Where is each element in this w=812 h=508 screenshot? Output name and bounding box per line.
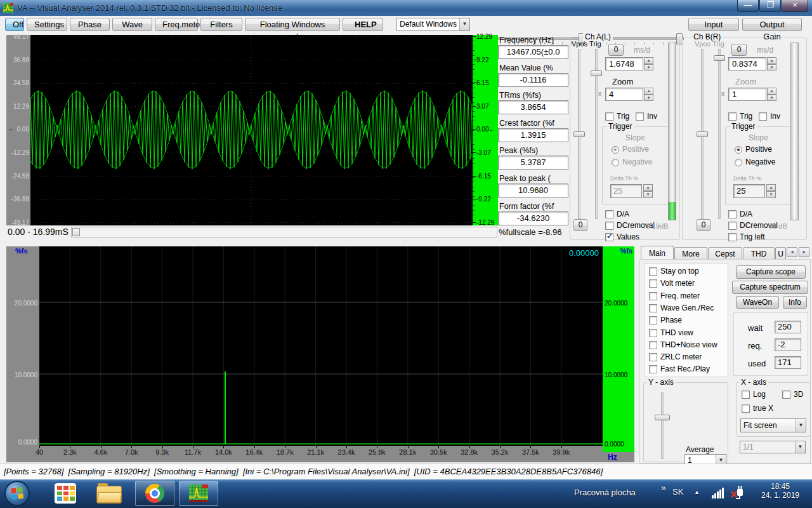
- option-volt-meter[interactable]: [649, 279, 657, 288]
- spin-down-icon[interactable]: ▼: [767, 95, 776, 102]
- channel-extra-checkbox[interactable]: [728, 233, 737, 241]
- input-gain-button[interactable]: Input Gain: [688, 18, 739, 31]
- chevron-down-icon[interactable]: ▼: [796, 419, 806, 432]
- chrome-taskbar-button[interactable]: [135, 481, 174, 506]
- x-option-3d[interactable]: [782, 391, 790, 399]
- toolbar-button-filters[interactable]: Filters: [200, 18, 242, 31]
- param-field-used[interactable]: 171: [775, 356, 801, 369]
- spin-up-icon[interactable]: ▲: [767, 88, 776, 95]
- trig-checkbox[interactable]: [605, 112, 613, 121]
- msd-field[interactable]: 1.6748: [605, 57, 643, 70]
- button-capture-spectrum[interactable]: Capture spectrum: [732, 281, 808, 294]
- vpos-slider-thumb[interactable]: [573, 131, 585, 137]
- va-taskbar-button[interactable]: [179, 481, 218, 506]
- power-plug-icon[interactable]: [730, 485, 746, 500]
- channel-extra-checkbox[interactable]: ✓: [605, 233, 613, 241]
- minimize-button[interactable]: —: [737, 0, 759, 12]
- tab-scroll-left[interactable]: ◂: [787, 247, 797, 257]
- button-waveon[interactable]: WaveOn: [736, 296, 779, 309]
- option-fast-rec-play[interactable]: [649, 365, 657, 373]
- option-thd-view[interactable]: [649, 329, 657, 337]
- slope-positive-radio[interactable]: [612, 146, 619, 154]
- spin-down-icon[interactable]: ▼: [644, 95, 653, 102]
- param-field-wait[interactable]: 250: [775, 321, 801, 333]
- spin-up-icon[interactable]: ▲: [766, 184, 776, 191]
- option-freq-meter[interactable]: [649, 292, 657, 300]
- delta-th-field[interactable]: 25: [733, 184, 765, 198]
- tab-more[interactable]: More: [674, 247, 707, 260]
- toolbar-button-settings[interactable]: Settings: [27, 18, 67, 31]
- media-app-icon[interactable]: [55, 483, 76, 504]
- zoom-spinner[interactable]: ▲▼: [644, 88, 653, 101]
- scope-scrollbar-thumb[interactable]: [72, 228, 80, 236]
- spin-down-icon[interactable]: ▼: [644, 64, 653, 71]
- option-zrlc-meter[interactable]: [649, 353, 657, 361]
- button-capture-scope[interactable]: Capture scope: [736, 265, 806, 279]
- close-button[interactable]: ×: [782, 0, 808, 12]
- slope-negative-radio[interactable]: [735, 159, 742, 166]
- tab-cepst[interactable]: Cepst: [708, 247, 742, 260]
- vpos-zero-button[interactable]: 0: [731, 44, 747, 56]
- language-indicator[interactable]: SK: [672, 487, 683, 497]
- input-device-combo[interactable]: Default Windows inp ▼: [396, 18, 470, 31]
- trig-zero-button[interactable]: 0: [697, 219, 710, 231]
- clock[interactable]: 18:45 24. 1. 2019: [752, 482, 809, 505]
- delta-th-spinner[interactable]: ▲▼: [766, 184, 776, 198]
- explorer-icon[interactable]: [96, 482, 122, 505]
- scope-scrollbar[interactable]: [71, 227, 497, 237]
- spin-down-icon[interactable]: ▼: [766, 191, 776, 198]
- y-scale-slider[interactable]: [661, 392, 664, 459]
- dcremoval-checkbox[interactable]: [605, 222, 613, 230]
- trig-zero-button[interactable]: 0: [573, 219, 587, 231]
- delta-th-field[interactable]: 25: [610, 184, 642, 198]
- show-hidden-icons[interactable]: ▲: [694, 489, 700, 495]
- tab-main[interactable]: Main: [641, 246, 674, 260]
- button-info[interactable]: Info: [783, 296, 807, 309]
- spectrum-plot[interactable]: 0.00000: [39, 246, 603, 446]
- trig-slider[interactable]: [718, 49, 721, 219]
- tab-scroll-right[interactable]: ▸: [799, 247, 809, 257]
- network-signal-icon[interactable]: [712, 486, 726, 499]
- spin-up-icon[interactable]: ▲: [643, 184, 653, 191]
- fit-screen-combo[interactable]: Fit screen ▼: [740, 418, 806, 432]
- toolbar-button-wave[interactable]: Wave: [112, 18, 152, 31]
- delta-th-spinner[interactable]: ▲▼: [643, 184, 653, 198]
- trig-slider-thumb[interactable]: [591, 70, 602, 76]
- toolbar-button-help[interactable]: HELP: [343, 18, 383, 31]
- trig-slider-thumb[interactable]: [714, 55, 725, 61]
- slope-negative-radio[interactable]: [612, 159, 619, 166]
- da-checkbox[interactable]: [728, 210, 737, 218]
- option-stay-on-top[interactable]: [649, 267, 657, 276]
- vpos-zero-button[interactable]: 0: [608, 44, 624, 56]
- desktop-toolbar-label[interactable]: Pracovná plocha: [574, 488, 636, 497]
- chevron-down-icon[interactable]: ▼: [459, 18, 469, 30]
- inv-checkbox[interactable]: [636, 112, 644, 121]
- option-wave-gen-rec[interactable]: [649, 304, 657, 312]
- y-scale-slider-thumb[interactable]: [655, 415, 670, 420]
- toolbar-button-floating-windows-mode[interactable]: Floating Windows mode: [245, 18, 340, 31]
- spin-up-icon[interactable]: ▲: [644, 57, 653, 64]
- spin-down-icon[interactable]: ▼: [643, 191, 653, 198]
- restore-button[interactable]: ❐: [759, 0, 781, 12]
- option-phase[interactable]: [649, 316, 657, 324]
- ratio-combo[interactable]: 1/1 ▼: [740, 441, 806, 453]
- x-option-truex[interactable]: [742, 404, 750, 413]
- toolbar-chevron-icon[interactable]: »: [661, 483, 666, 493]
- x-option-log[interactable]: [742, 391, 750, 399]
- zoom-field[interactable]: 1: [728, 88, 766, 101]
- toolbar-button-freq-meter[interactable]: Freq.meter: [155, 18, 198, 31]
- spin-up-icon[interactable]: ▲: [644, 88, 653, 95]
- output-gain-button[interactable]: Output Gain: [742, 18, 802, 31]
- inv-checkbox[interactable]: [759, 112, 767, 121]
- start-button[interactable]: [4, 481, 30, 506]
- zoom-spinner[interactable]: ▲▼: [767, 88, 776, 101]
- scope-plot[interactable]: [30, 35, 473, 225]
- dcremoval-checkbox[interactable]: [728, 222, 737, 230]
- da-checkbox[interactable]: [605, 210, 613, 218]
- spin-down-icon[interactable]: ▼: [767, 64, 776, 71]
- vpos-slider-thumb[interactable]: [697, 131, 708, 137]
- toolbar-button-off[interactable]: Off: [5, 18, 24, 31]
- tab-u[interactable]: U: [775, 247, 786, 260]
- trig-checkbox[interactable]: [728, 112, 737, 121]
- msd-field[interactable]: 0.8374: [728, 57, 766, 70]
